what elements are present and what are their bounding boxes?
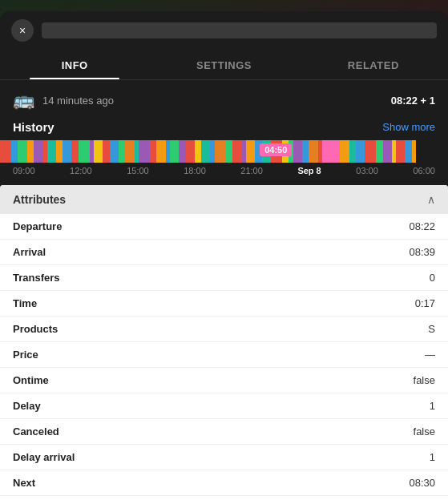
row-value-products: S bbox=[282, 317, 449, 342]
attributes-title: Attributes bbox=[13, 193, 66, 206]
timeline-label-3: 18:00 bbox=[184, 166, 206, 175]
row-value-delay-arrival: 1 bbox=[282, 445, 449, 470]
row-value-canceled: false bbox=[282, 419, 449, 445]
row-value-delay: 1 bbox=[282, 393, 449, 419]
row-value-price: — bbox=[282, 342, 449, 368]
table-row: Departure 08:22 bbox=[0, 214, 448, 240]
table-row: Next on 08:42 bbox=[0, 496, 448, 501]
timeline-label-7: 06:00 bbox=[413, 166, 435, 175]
row-label-next: Next bbox=[0, 470, 282, 496]
row-label-transfers: Transfers bbox=[0, 265, 282, 291]
row-label-ontime: Ontime bbox=[0, 368, 282, 393]
attributes-table: Departure 08:22 Arrival 08:39 Transfers … bbox=[0, 214, 448, 500]
row-label-delay-arrival: Delay arrival bbox=[0, 445, 282, 470]
tab-info[interactable]: INFO bbox=[0, 50, 149, 79]
timeline-container: 04:50 09:00 12:00 15:00 18:00 21:00 Sep … bbox=[0, 140, 448, 179]
row-label-departure: Departure bbox=[0, 214, 282, 240]
show-more-link[interactable]: Show more bbox=[382, 121, 435, 133]
row-value-ontime: false bbox=[282, 368, 449, 393]
timeline-label-2: 15:00 bbox=[127, 166, 149, 175]
row-value-arrival: 08:39 bbox=[282, 240, 449, 265]
timeline-labels: 09:00 12:00 15:00 18:00 21:00 Sep 8 03:0… bbox=[0, 163, 448, 175]
transport-left: 🚌 14 minutes ago bbox=[13, 90, 114, 111]
table-row: Transfers 0 bbox=[0, 265, 448, 291]
row-value-transfers: 0 bbox=[282, 265, 449, 291]
attributes-section: Attributes ∧ Departure 08:22 Arrival 08:… bbox=[0, 185, 448, 500]
time-ago: 14 minutes ago bbox=[42, 95, 114, 107]
table-row: Products S bbox=[0, 317, 448, 342]
row-label-price: Price bbox=[0, 342, 282, 368]
main-panel: × INFO SETTINGS RELATED 🚌 14 minutes ago… bbox=[0, 11, 448, 500]
table-row: Delay 1 bbox=[0, 393, 448, 419]
tab-related[interactable]: RELATED bbox=[299, 50, 448, 79]
row-label-products: Products bbox=[0, 317, 282, 342]
table-row: Next 08:30 bbox=[0, 470, 448, 496]
row-value-next-on: 08:42 bbox=[282, 496, 449, 501]
table-row: Arrival 08:39 bbox=[0, 240, 448, 265]
tab-settings[interactable]: SETTINGS bbox=[149, 50, 298, 79]
content-area: 🚌 14 minutes ago 08:22 + 1 History Show … bbox=[0, 80, 448, 500]
tab-bar: INFO SETTINGS RELATED bbox=[0, 50, 448, 80]
row-value-time: 0:17 bbox=[282, 291, 449, 317]
title-bar bbox=[42, 22, 437, 38]
timeline-label-1: 12:00 bbox=[70, 166, 92, 175]
attributes-header[interactable]: Attributes ∧ bbox=[0, 185, 448, 214]
row-value-next: 08:30 bbox=[282, 470, 449, 496]
history-title: History bbox=[13, 120, 54, 134]
train-number: 08:22 + 1 bbox=[391, 95, 435, 107]
timeline-bars: 04:50 bbox=[0, 140, 448, 163]
timeline-label-date: Sep 8 bbox=[297, 166, 321, 175]
time-badge: 04:50 bbox=[260, 143, 292, 156]
table-row: Ontime false bbox=[0, 368, 448, 393]
close-button[interactable]: × bbox=[11, 19, 34, 42]
history-header: History Show more bbox=[0, 117, 448, 140]
row-label-next-on: Next on bbox=[0, 496, 282, 501]
close-icon: × bbox=[19, 24, 26, 37]
timeline-label-0: 09:00 bbox=[13, 166, 35, 175]
bus-icon: 🚌 bbox=[13, 90, 34, 111]
chevron-up-icon: ∧ bbox=[427, 193, 435, 206]
handle-bar: × bbox=[0, 11, 448, 50]
table-row: Price — bbox=[0, 342, 448, 368]
transport-row: 🚌 14 minutes ago 08:22 + 1 bbox=[0, 80, 448, 117]
row-label-delay: Delay bbox=[0, 393, 282, 419]
table-row: Time 0:17 bbox=[0, 291, 448, 317]
row-label-canceled: Canceled bbox=[0, 419, 282, 445]
timeline-label-6: 03:00 bbox=[356, 166, 378, 175]
row-value-departure: 08:22 bbox=[282, 214, 449, 240]
row-label-arrival: Arrival bbox=[0, 240, 282, 265]
table-row: Canceled false bbox=[0, 419, 448, 445]
row-label-time: Time bbox=[0, 291, 282, 317]
table-row: Delay arrival 1 bbox=[0, 445, 448, 470]
timeline-label-4: 21:00 bbox=[240, 166, 263, 175]
